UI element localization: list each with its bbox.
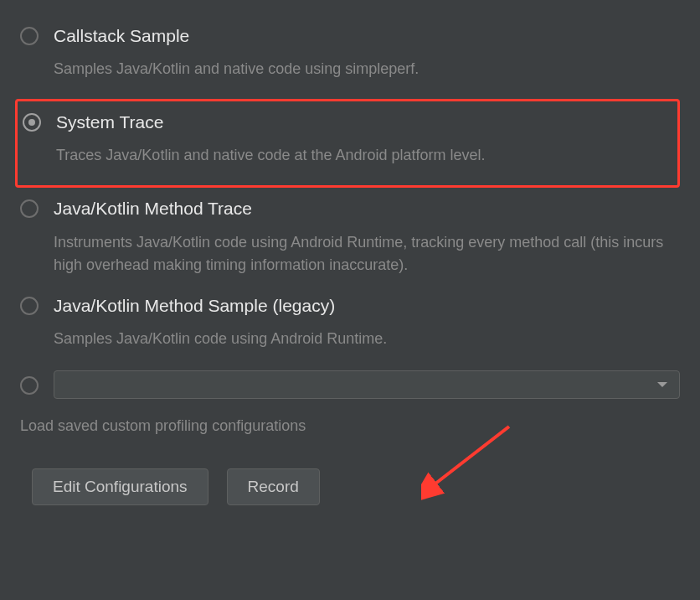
edit-configurations-button[interactable]: Edit Configurations — [32, 468, 208, 505]
option-callstack-sample[interactable]: Callstack Sample Samples Java/Kotlin and… — [20, 20, 680, 94]
radio-callstack-sample[interactable] — [20, 27, 39, 45]
radio-method-sample-legacy[interactable] — [20, 297, 39, 315]
option-title: Callstack Sample — [54, 25, 680, 46]
button-row: Edit Configurations Record — [32, 468, 680, 505]
radio-method-trace[interactable] — [20, 199, 39, 218]
option-description: Samples Java/Kotlin and native code usin… — [54, 58, 680, 80]
option-method-sample-legacy[interactable]: Java/Kotlin Method Sample (legacy) Sampl… — [20, 290, 680, 364]
chevron-down-icon — [657, 382, 667, 387]
option-content: Java/Kotlin Method Sample (legacy) Sampl… — [54, 295, 680, 359]
option-title: System Trace — [56, 111, 672, 132]
option-content: Java/Kotlin Method Trace Instruments Jav… — [54, 198, 680, 284]
hint-text: Load saved custom profiling configuratio… — [20, 417, 680, 435]
option-title: Java/Kotlin Method Sample (legacy) — [54, 295, 680, 316]
svg-line-1 — [431, 427, 509, 487]
custom-config-row — [20, 370, 680, 399]
record-button[interactable]: Record — [227, 468, 320, 505]
option-title: Java/Kotlin Method Trace — [54, 198, 680, 219]
radio-system-trace[interactable] — [23, 113, 41, 132]
option-description: Samples Java/Kotlin code using Android R… — [54, 328, 680, 350]
option-description: Instruments Java/Kotlin code using Andro… — [54, 231, 680, 277]
option-system-trace[interactable]: System Trace Traces Java/Kotlin and nati… — [15, 99, 680, 188]
radio-custom-config[interactable] — [20, 376, 39, 395]
option-description: Traces Java/Kotlin and native code at th… — [56, 144, 672, 167]
option-method-trace[interactable]: Java/Kotlin Method Trace Instruments Jav… — [20, 193, 680, 289]
custom-config-dropdown[interactable] — [54, 370, 680, 399]
option-content: Callstack Sample Samples Java/Kotlin and… — [54, 25, 680, 89]
option-content: System Trace Traces Java/Kotlin and nati… — [56, 111, 672, 175]
